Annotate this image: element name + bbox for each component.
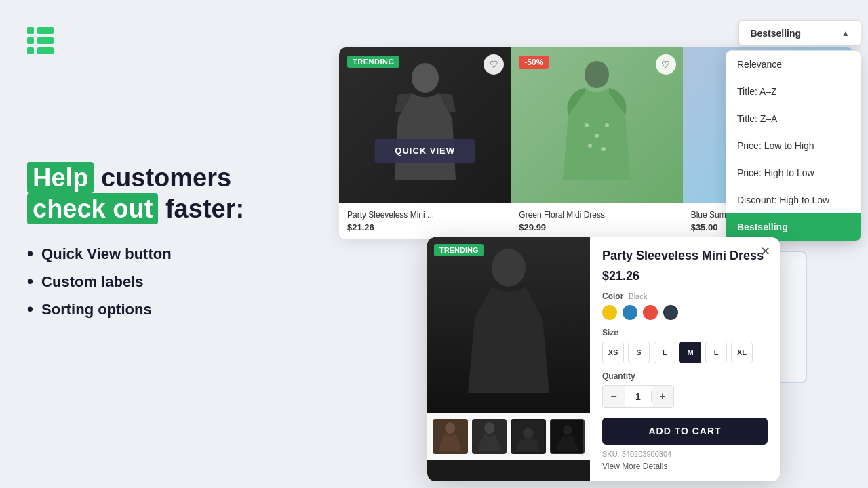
sort-option-price-high-low[interactable]: Price: High to Low (726, 159, 861, 186)
quantity-value: 1 (625, 391, 652, 402)
thumb-svg-1 (434, 420, 467, 453)
size-btn-s[interactable]: S (628, 342, 650, 363)
headline-text1: customers (101, 163, 231, 192)
product-card-2[interactable]: -50% ♡ (511, 47, 682, 239)
headline-text2: faster: (165, 195, 244, 223)
modal-price: $21.26 (602, 269, 768, 283)
svg-point-9 (445, 422, 455, 434)
headline-highlight2: check out (27, 193, 158, 224)
quantity-decrease-button[interactable]: − (603, 386, 625, 407)
badge-trending-1: TRENDING (347, 56, 399, 68)
view-more-details-link[interactable]: View More Details (602, 462, 667, 471)
dress-svg-2 (556, 58, 637, 193)
product-info-2: Green Floral Midi Dress $29.99 (511, 203, 682, 239)
thumbnail-1[interactable] (433, 419, 468, 454)
modal-details-section: Party Sleeveless Mini Dress $21.26 Color… (590, 237, 780, 481)
features-list: Quick View button Custom labels Sorting … (27, 243, 326, 320)
sort-menu: Relevance Title: A–Z Title: Z–A Price: L… (726, 50, 861, 241)
feature-item-3: Sorting options (27, 299, 326, 320)
size-label-container: Size (602, 328, 768, 338)
size-btn-xs[interactable]: XS (602, 342, 624, 363)
thumbnail-3[interactable] (511, 419, 546, 454)
sort-trigger-label: Bestselling (750, 28, 801, 39)
logo (27, 27, 326, 54)
size-btn-l2[interactable]: L (705, 342, 727, 363)
feature-label-2: Custom labels (41, 273, 143, 291)
svg-point-4 (605, 123, 609, 127)
modal-main-image: TRENDING (427, 237, 590, 413)
svg-point-6 (601, 147, 606, 151)
feature-label-1: Quick View button (41, 245, 172, 263)
main-area: Bestselling ▲ Relevance Title: A–Z Title… (339, 20, 868, 488)
product-name-1: Party Sleeveless Mini ... (347, 210, 502, 220)
modal-close-button[interactable]: ✕ (760, 244, 770, 259)
product-price-2: $29.99 (519, 222, 674, 232)
svg-point-3 (595, 134, 599, 138)
wishlist-button-1[interactable]: ♡ (484, 54, 504, 75)
quantity-controls: − 1 + (602, 385, 674, 408)
svg-point-8 (492, 249, 526, 287)
product-info-1: Party Sleeveless Mini ... $21.26 (339, 203, 511, 239)
product-name-2: Green Floral Midi Dress (519, 210, 674, 220)
left-panel: Help customers check out faster: Quick V… (27, 27, 326, 327)
sku-label: SKU: (602, 450, 620, 458)
sort-option-title-az[interactable]: Title: A–Z (726, 78, 861, 105)
product-image-1: TRENDING ♡ QUICK VIEW (339, 47, 511, 203)
thumb-svg-4 (551, 420, 584, 453)
quantity-section: Quantity − 1 + (602, 371, 768, 408)
sort-trigger-button[interactable]: Bestselling ▲ (738, 20, 861, 46)
color-swatch-yellow[interactable] (602, 305, 617, 320)
add-to-cart-button[interactable]: ADD TO CART (602, 418, 768, 445)
dress-svg-1 (384, 58, 466, 193)
svg-point-12 (523, 428, 533, 439)
product-card-1[interactable]: TRENDING ♡ QUICK VIEW Party Sleeveless M… (339, 47, 511, 239)
headline: Help customers check out faster: (27, 163, 326, 224)
svg-point-0 (412, 63, 439, 93)
product-price-1: $21.26 (347, 222, 502, 232)
feature-item-1: Quick View button (27, 243, 326, 264)
thumbnail-2[interactable] (472, 419, 507, 454)
modal-thumbnails (427, 413, 590, 460)
modal-body: TRENDING (427, 237, 780, 481)
color-label: Color Black (602, 291, 768, 301)
size-btn-m[interactable]: M (679, 342, 701, 363)
modal-image-section: TRENDING (427, 237, 590, 481)
modal-product-name: Party Sleeveless Mini Dress (602, 248, 768, 264)
badge-discount-2: -50% (519, 56, 549, 69)
svg-point-10 (484, 422, 494, 434)
logo-icon (27, 27, 54, 54)
sort-option-relevance[interactable]: Relevance (726, 51, 861, 78)
thumbnail-4[interactable] (550, 419, 585, 454)
sort-option-discount[interactable]: Discount: High to Low (726, 186, 861, 214)
color-swatch-navy[interactable] (663, 305, 678, 320)
quick-view-modal: ✕ TRENDING (427, 237, 780, 481)
svg-point-14 (563, 425, 572, 435)
sku-line: SKU: 340203900304 (602, 450, 768, 458)
thumb-svg-3 (512, 420, 545, 453)
sort-dropdown[interactable]: Bestselling ▲ Relevance Title: A–Z Title… (738, 20, 861, 46)
headline-highlight1: Help (27, 162, 94, 193)
svg-point-5 (588, 144, 592, 148)
feature-label-3: Sorting options (41, 301, 152, 319)
modal-trending-badge: TRENDING (434, 244, 484, 256)
sku-value: 340203900304 (622, 450, 671, 458)
sort-option-title-za[interactable]: Title: Z–A (726, 105, 861, 132)
quantity-label: Quantity (602, 371, 768, 381)
size-btn-xl[interactable]: XL (731, 342, 753, 363)
quick-view-button-1[interactable]: QUICK VIEW (374, 139, 475, 163)
size-options: XS S L M L XL (602, 342, 768, 363)
color-swatch-red[interactable] (643, 305, 658, 320)
wishlist-button-2[interactable]: ♡ (656, 54, 676, 75)
color-options (602, 305, 768, 320)
modal-dress-svg (454, 244, 563, 407)
product-image-2: -50% ♡ (511, 47, 682, 203)
sort-option-price-low-high[interactable]: Price: Low to High (726, 132, 861, 159)
quantity-increase-button[interactable]: + (652, 386, 673, 407)
svg-point-1 (585, 61, 609, 88)
color-swatch-blue[interactable] (623, 305, 637, 320)
thumb-svg-2 (473, 420, 506, 453)
feature-item-2: Custom labels (27, 271, 326, 292)
svg-point-2 (585, 123, 589, 127)
size-btn-l1[interactable]: L (654, 342, 675, 363)
sort-option-bestselling[interactable]: Bestselling (726, 214, 861, 241)
